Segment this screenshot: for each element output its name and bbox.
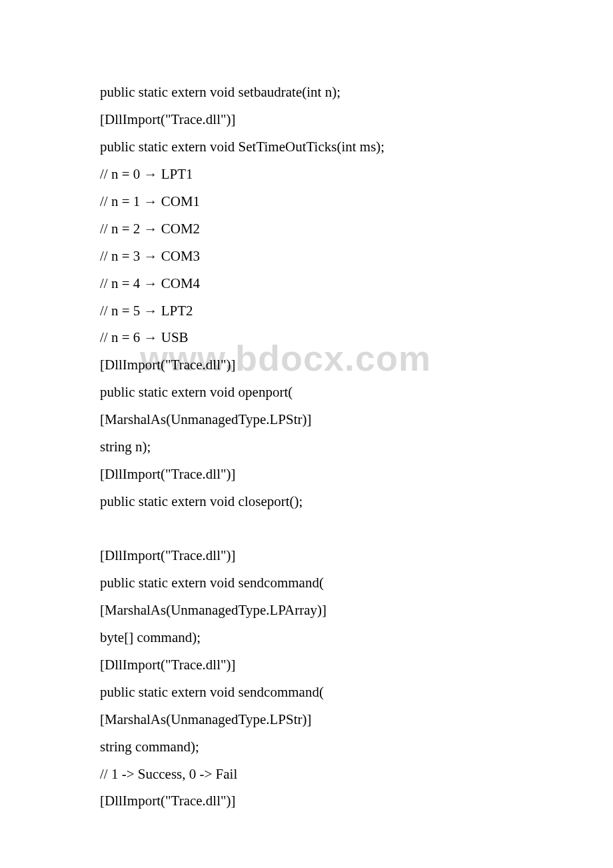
code-line: public static extern void closeport(); [100,488,613,515]
code-line: // n = 0 → LPT1 [100,161,613,188]
code-line: [DllImport("Trace.dll")] [100,106,613,133]
code-line: [DllImport("Trace.dll")] [100,461,613,488]
code-line: [DllImport("Trace.dll")] [100,542,613,569]
code-line: [MarshalAs(UnmanagedType.LPStr)] [100,406,613,433]
code-line: // 1 -> Success, 0 -> Fail [100,761,613,788]
code-line: // n = 1 → COM1 [100,188,613,215]
code-line: string command); [100,733,613,761]
code-line: [MarshalAs(UnmanagedType.LPArray)] [100,597,613,624]
code-line: [MarshalAs(UnmanagedType.LPStr)] [100,706,613,733]
code-line: public static extern void sendcommand( [100,569,613,597]
code-line: [DllImport("Trace.dll")] [100,787,613,815]
code-line: byte[] command); [100,624,613,651]
code-line: public static extern void setbaudrate(in… [100,79,613,106]
code-line: // n = 6 → USB [100,324,613,351]
blank-line [100,515,613,542]
code-line: // n = 2 → COM2 [100,215,613,243]
code-line: string n); [100,433,613,461]
code-line: public static extern void SetTimeOutTick… [100,133,613,161]
code-line: // n = 4 → COM4 [100,270,613,297]
code-line: // n = 5 → LPT2 [100,297,613,325]
code-line: [DllImport("Trace.dll")] [100,651,613,679]
code-line: public static extern void openport( [100,379,613,406]
code-line: public static extern void sendcommand( [100,679,613,706]
code-line: [DllImport("Trace.dll")] [100,351,613,379]
code-line: // n = 3 → COM3 [100,243,613,270]
